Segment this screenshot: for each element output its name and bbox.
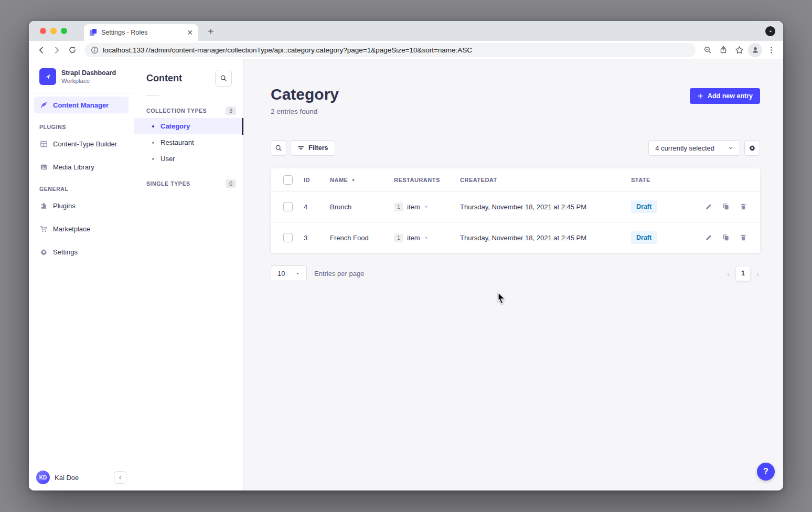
close-window-button[interactable] xyxy=(40,28,46,34)
sidebar-item-label: Settings xyxy=(53,248,78,256)
header-name-label: NAME xyxy=(330,177,348,183)
brand-subtitle: Workplace xyxy=(61,78,116,84)
search-icon xyxy=(220,74,227,82)
zoom-search-icon[interactable] xyxy=(701,43,714,57)
row-checkbox[interactable] xyxy=(283,202,293,211)
zoom-window-button[interactable] xyxy=(61,28,67,34)
info-icon[interactable] xyxy=(91,46,99,54)
cell-createdat: Thursday, November 18, 2021 at 2:45 PM xyxy=(460,234,631,242)
subnav-item-restaurant[interactable]: Restaurant xyxy=(134,134,243,151)
columns-selected-value: 4 currently selected xyxy=(655,144,714,152)
subnav-item-user[interactable]: User xyxy=(134,151,243,167)
window-controls xyxy=(40,28,67,34)
address-bar[interactable]: localhost:1337/admin/content-manager/col… xyxy=(84,43,696,57)
user-avatar[interactable]: KD xyxy=(36,471,50,484)
restaurants-count-badge: 1 xyxy=(394,233,403,242)
browser-tabstrip: Settings - Roles ✕ + xyxy=(29,21,783,41)
sidebar-item-plugins[interactable]: Plugins xyxy=(34,197,129,214)
sidebar-item-label: Content Manager xyxy=(53,101,109,109)
cell-restaurants[interactable]: 1 item xyxy=(394,202,460,211)
brand-title: Strapi Dashboard xyxy=(61,69,116,78)
brand[interactable]: Strapi Dashboard Workplace xyxy=(29,59,134,93)
subnav-search-button[interactable] xyxy=(215,70,232,87)
bookmark-star-icon[interactable] xyxy=(732,43,746,57)
sidebar-item-marketplace[interactable]: Marketplace xyxy=(34,220,129,237)
browser-menu-icon[interactable] xyxy=(764,43,778,57)
plugins-section-label: PLUGINS xyxy=(29,116,134,132)
header-name[interactable]: NAME xyxy=(330,177,394,183)
main-content: Category 2 entries found Add new entry F… xyxy=(244,59,783,490)
single-types-label: SINGLE TYPES xyxy=(146,180,190,187)
sidebar-item-media-library[interactable]: Media Library xyxy=(34,158,129,175)
new-tab-button[interactable]: + xyxy=(208,26,214,38)
restaurants-label: item xyxy=(407,234,420,242)
sidebar-item-label: Media Library xyxy=(53,163,94,171)
browser-toolbar: localhost:1337/admin/content-manager/col… xyxy=(29,41,783,59)
next-page-icon[interactable]: › xyxy=(755,269,760,278)
header-state[interactable]: STATE xyxy=(631,177,747,183)
collection-types-count: 3 xyxy=(226,106,236,115)
strapi-app: Strapi Dashboard Workplace Content Manag… xyxy=(29,59,783,490)
table-row[interactable]: 3 French Food 1 item Thursday, November … xyxy=(271,222,760,253)
cell-restaurants[interactable]: 1 item xyxy=(394,233,460,242)
browser-tab[interactable]: Settings - Roles ✕ xyxy=(84,24,198,41)
sidebar-item-content-type-builder[interactable]: Content-Type Builder xyxy=(34,135,129,152)
browser-profile-avatar[interactable] xyxy=(748,43,762,57)
chevron-down-icon xyxy=(424,205,429,209)
minimize-window-button[interactable] xyxy=(50,28,57,34)
subnav-item-category[interactable]: Category xyxy=(134,118,243,134)
subnav-item-label: Restaurant xyxy=(161,138,194,146)
collapse-sidebar-button[interactable]: ‹ xyxy=(114,471,126,484)
columns-selected-dropdown[interactable]: 4 currently selected xyxy=(648,140,740,156)
bullet-icon xyxy=(152,125,154,127)
row-checkbox[interactable] xyxy=(283,233,293,242)
page-title: Category xyxy=(271,86,339,103)
extension-indicator-icon[interactable] xyxy=(765,26,775,36)
image-icon xyxy=(39,163,48,171)
collection-types-label: COLLECTION TYPES xyxy=(146,108,207,114)
edit-icon[interactable] xyxy=(704,233,713,242)
header-createdat[interactable]: CREATEDAT xyxy=(460,177,631,183)
single-types-count: 0 xyxy=(226,179,236,188)
cell-createdat: Thursday, November 18, 2021 at 2:45 PM xyxy=(460,203,631,211)
forward-icon[interactable] xyxy=(50,43,63,57)
table-search-button[interactable] xyxy=(271,140,286,156)
table-row[interactable]: 4 Brunch 1 item Thursday, November 18, 2… xyxy=(271,191,760,222)
reload-icon[interactable] xyxy=(66,43,79,57)
sidebar-item-label: Plugins xyxy=(53,202,76,210)
select-all-checkbox[interactable] xyxy=(283,175,293,185)
user-name: Kai Doe xyxy=(55,474,109,482)
delete-icon[interactable] xyxy=(739,202,747,211)
page-size-select[interactable]: 10 xyxy=(271,265,307,281)
add-new-entry-button[interactable]: Add new entry xyxy=(690,88,760,104)
header-restaurants[interactable]: RESTAURANTS xyxy=(394,177,460,183)
status-badge: Draft xyxy=(631,200,657,213)
prev-page-icon[interactable]: ‹ xyxy=(726,269,731,278)
tab-close-icon[interactable]: ✕ xyxy=(187,29,193,36)
edit-icon[interactable] xyxy=(704,202,713,211)
cell-id: 3 xyxy=(304,234,330,242)
url-text[interactable]: localhost:1337/admin/content-manager/col… xyxy=(103,46,472,54)
subnav-item-label: User xyxy=(161,155,175,163)
search-icon xyxy=(275,144,282,152)
back-icon[interactable] xyxy=(34,43,48,57)
subnav-scrollbar-thumb[interactable] xyxy=(242,118,243,135)
duplicate-icon[interactable] xyxy=(722,202,730,211)
current-page-button[interactable]: 1 xyxy=(736,266,750,281)
layout-grid-icon xyxy=(39,140,48,148)
table-header-row: ID NAME RESTAURANTS CREATEDAT STATE xyxy=(271,168,760,191)
quill-icon xyxy=(39,101,48,109)
filters-button[interactable]: Filters xyxy=(291,140,335,156)
table-settings-button[interactable] xyxy=(744,140,760,156)
restaurants-label: item xyxy=(407,203,420,211)
sidebar-item-content-manager[interactable]: Content Manager xyxy=(34,97,129,113)
header-id[interactable]: ID xyxy=(304,177,330,183)
cell-id: 4 xyxy=(304,203,330,211)
chevron-down-icon xyxy=(424,236,429,240)
delete-icon[interactable] xyxy=(739,233,747,242)
sort-asc-icon xyxy=(351,177,356,182)
help-button[interactable]: ? xyxy=(757,463,775,481)
sidebar-item-settings[interactable]: Settings xyxy=(34,243,129,260)
share-icon[interactable] xyxy=(717,43,730,57)
duplicate-icon[interactable] xyxy=(722,233,730,242)
